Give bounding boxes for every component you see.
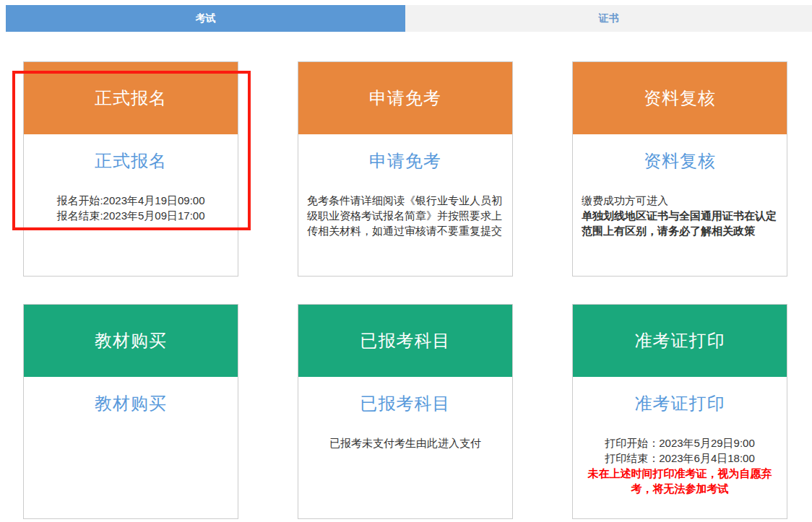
print-deadline-warning: 未在上述时间打印准考证，视为自愿弃考，将无法参加考试 [573, 466, 787, 496]
print-end-date: 打印结束：2023年6月4日18:00 [573, 451, 787, 466]
registration-end-date: 报名结束:2023年5月09日17:00 [24, 208, 238, 223]
registration-start-date: 报名开始:2023年4月19日09:00 [24, 193, 238, 208]
card-material-review: 资料复核 资料复核 缴费成功方可进入 单独划线地区证书与全国通用证书在认定范围上… [572, 61, 787, 277]
card-official-registration-header: 正式报名 [24, 62, 238, 134]
admission-ticket-print-link[interactable]: 准考证打印 [573, 392, 787, 415]
exemption-instructions: 免考条件请详细阅读《银行业专业人员初级职业资格考试报名简章》并按照要求上传相关材… [298, 193, 512, 238]
registered-subjects-link[interactable]: 已报考科目 [298, 392, 512, 415]
exemption-instructions-text: 免考条件请详细阅读《银行业专业人员初级职业资格考试报名简章》并按照要求上传相关材… [307, 193, 504, 238]
card-admission-ticket-print: 准考证打印 准考证打印 打印开始：2023年5月29日9:00 打印结束：202… [572, 304, 787, 519]
card-official-registration-title: 正式报名 [95, 87, 167, 110]
tab-exam[interactable]: 考试 [6, 5, 405, 32]
card-material-review-title: 资料复核 [644, 87, 716, 110]
registered-subjects-note-text: 已报考未支付考生由此进入支付 [298, 435, 512, 451]
material-review-link[interactable]: 资料复核 [573, 149, 787, 173]
material-review-notes: 缴费成功方可进入 单独划线地区证书与全国通用证书在认定范围上有区别，请务必了解相… [573, 193, 787, 238]
exemption-application-link[interactable]: 申请免考 [298, 149, 512, 173]
card-registered-subjects-title: 已报考科目 [360, 329, 451, 352]
tab-certificate[interactable]: 证书 [405, 5, 812, 32]
tab-bar: 考试 证书 [6, 5, 812, 32]
card-exemption-application-title: 申请免考 [369, 87, 441, 110]
card-exemption-application-header: 申请免考 [298, 62, 512, 134]
tab-exam-label: 考试 [196, 12, 216, 25]
card-registered-subjects: 已报考科目 已报考科目 已报考未支付考生由此进入支付 [298, 304, 513, 519]
card-admission-ticket-print-title: 准考证打印 [635, 329, 725, 352]
card-textbook-purchase-title: 教材购买 [95, 329, 167, 352]
material-review-note-policy: 单独划线地区证书与全国通用证书在认定范围上有区别，请务必了解相关政策 [582, 208, 778, 238]
print-start-date: 打印开始：2023年5月29日9:00 [573, 435, 787, 451]
card-grid: 正式报名 正式报名 报名开始:2023年4月19日09:00 报名结束:2023… [23, 61, 787, 519]
card-textbook-purchase-header: 教材购买 [24, 305, 238, 377]
textbook-purchase-link[interactable]: 教材购买 [24, 392, 238, 415]
print-dates: 打印开始：2023年5月29日9:00 打印结束：2023年6月4日18:00 … [573, 435, 787, 496]
official-registration-link[interactable]: 正式报名 [24, 149, 238, 173]
material-review-note-entry: 缴费成功方可进入 [582, 193, 778, 208]
tab-certificate-label: 证书 [599, 12, 619, 25]
registration-dates: 报名开始:2023年4月19日09:00 报名结束:2023年5月09日17:0… [24, 193, 238, 223]
card-exemption-application: 申请免考 申请免考 免考条件请详细阅读《银行业专业人员初级职业资格考试报名简章》… [298, 61, 513, 277]
registered-subjects-note: 已报考未支付考生由此进入支付 [298, 435, 512, 451]
card-textbook-purchase: 教材购买 教材购买 [23, 304, 238, 519]
card-admission-ticket-print-header: 准考证打印 [573, 305, 787, 377]
card-official-registration: 正式报名 正式报名 报名开始:2023年4月19日09:00 报名结束:2023… [23, 61, 238, 277]
card-material-review-header: 资料复核 [573, 62, 787, 134]
card-registered-subjects-header: 已报考科目 [298, 305, 512, 377]
